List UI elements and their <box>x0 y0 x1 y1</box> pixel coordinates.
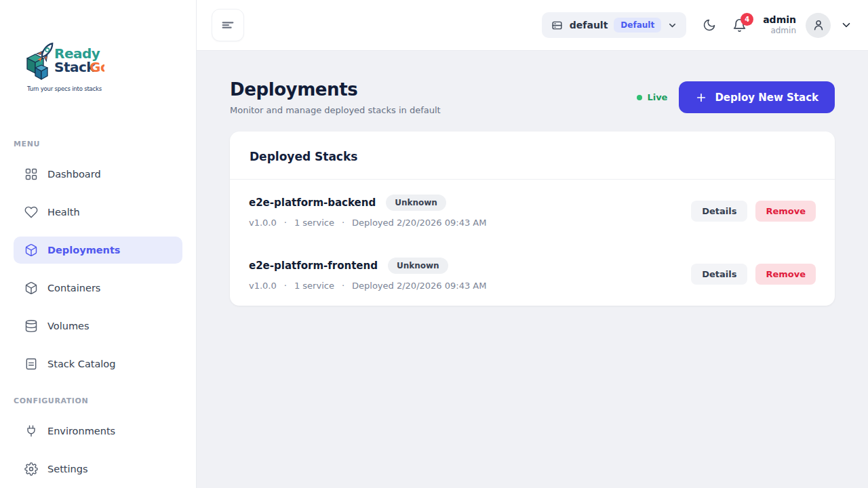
details-button[interactable]: Details <box>691 264 747 285</box>
stack-deployed-time: Deployed 2/20/2026 09:43 AM <box>352 218 486 228</box>
remove-button[interactable]: Remove <box>755 201 816 222</box>
user-role: admin <box>763 26 796 35</box>
live-label: Live <box>647 92 667 102</box>
heart-icon <box>24 205 38 219</box>
stack-deployed-time: Deployed 2/20/2026 09:43 AM <box>352 281 486 291</box>
sidebar-item-label: Containers <box>47 283 100 293</box>
user-name: admin <box>763 14 796 26</box>
stack-services: 1 service <box>294 218 334 228</box>
live-dot <box>637 95 642 100</box>
sidebar-section-menu: MENU <box>14 140 182 148</box>
sidebar: Ready Stack Go Turn your specs into stac… <box>0 0 197 488</box>
plus-icon <box>695 92 707 104</box>
page-header-text: Deployments Monitor and manage deployed … <box>230 79 441 115</box>
header-actions: Live Deploy New Stack <box>637 81 835 113</box>
sidebar-item-volumes[interactable]: Volumes <box>14 312 182 340</box>
gear-icon <box>24 462 38 476</box>
meta-separator: · <box>342 218 344 228</box>
main-area: default Default 4 admi <box>197 0 868 488</box>
sidebar-item-label: Stack Catalog <box>47 359 115 369</box>
sidebar-item-label: Settings <box>47 464 87 474</box>
brand-logo[interactable]: Ready Stack Go Turn your specs into stac… <box>24 41 106 92</box>
page-subtitle: Monitor and manage deployed stacks in de… <box>230 105 441 115</box>
stack-meta: v1.0.0 · 1 service · Deployed 2/20/2026 … <box>249 281 486 291</box>
server-icon <box>551 19 564 32</box>
stack-meta: v1.0.0 · 1 service · Deployed 2/20/2026 … <box>249 218 486 228</box>
cube-icon <box>24 281 38 295</box>
dark-mode-toggle[interactable] <box>703 18 716 32</box>
chevron-down-icon <box>667 20 677 30</box>
content-area: Deployments Monitor and manage deployed … <box>197 51 868 488</box>
remove-button[interactable]: Remove <box>755 264 816 285</box>
environment-name: default <box>570 20 608 30</box>
menu-icon <box>220 18 235 33</box>
stack-actions: Details Remove <box>691 201 816 222</box>
user-menu[interactable]: admin admin <box>763 13 852 38</box>
user-icon <box>812 18 825 32</box>
stack-row: e2e-platform-backend Unknown v1.0.0 · 1 … <box>230 180 835 243</box>
meta-separator: · <box>342 281 344 291</box>
page-title: Deployments <box>230 79 441 100</box>
cube-icon <box>24 243 38 257</box>
notifications-button[interactable]: 4 <box>732 18 747 33</box>
details-button[interactable]: Details <box>691 201 747 222</box>
meta-separator: · <box>284 218 287 228</box>
sidebar-item-label: Environments <box>47 426 115 436</box>
sidebar-item-deployments[interactable]: Deployments <box>14 237 182 264</box>
grid-icon <box>24 167 38 181</box>
sidebar-item-dashboard[interactable]: Dashboard <box>14 161 182 188</box>
database-icon <box>24 319 38 333</box>
deploy-button-label: Deploy New Stack <box>715 92 818 104</box>
sidebar-item-label: Dashboard <box>47 169 101 180</box>
environment-selector[interactable]: default Default <box>542 12 686 38</box>
sidebar-item-health[interactable]: Health <box>14 199 182 226</box>
live-status: Live <box>637 92 667 102</box>
sidebar-section-configuration: CONFIGURATION <box>14 396 182 405</box>
brand-logo-graphic: Ready Stack Go <box>24 41 104 84</box>
topbar: default Default 4 admi <box>197 0 868 51</box>
catalog-icon <box>24 357 38 371</box>
sidebar-item-label: Deployments <box>47 245 120 256</box>
card-title: Deployed Stacks <box>230 131 835 180</box>
stack-services: 1 service <box>294 281 334 291</box>
stack-status-badge: Unknown <box>386 195 446 211</box>
brand-word-go: Go <box>90 59 104 75</box>
avatar[interactable] <box>806 13 831 38</box>
stack-actions: Details Remove <box>691 264 816 285</box>
stack-version: v1.0.0 <box>249 281 277 291</box>
stack-info: e2e-platform-backend Unknown v1.0.0 · 1 … <box>249 195 486 228</box>
sidebar-item-label: Volumes <box>47 321 89 331</box>
notification-count-badge: 4 <box>741 13 753 26</box>
sidebar-item-label: Health <box>47 207 80 218</box>
user-info: admin admin <box>763 14 796 35</box>
stack-row: e2e-platform-frontend Unknown v1.0.0 · 1… <box>230 243 835 306</box>
chevron-down-icon[interactable] <box>840 19 852 31</box>
deploy-new-stack-button[interactable]: Deploy New Stack <box>679 81 835 113</box>
brand-tagline: Turn your specs into stacks <box>24 85 104 92</box>
stack-info: e2e-platform-frontend Unknown v1.0.0 · 1… <box>249 258 486 291</box>
sidebar-item-containers[interactable]: Containers <box>14 274 182 302</box>
environment-default-badge: Default <box>614 18 661 33</box>
meta-separator: · <box>284 281 287 291</box>
stack-status-badge: Unknown <box>388 258 448 274</box>
stack-version: v1.0.0 <box>249 218 277 228</box>
moon-icon <box>703 18 716 32</box>
sidebar-item-settings[interactable]: Settings <box>14 455 182 483</box>
sidebar-item-stack-catalog[interactable]: Stack Catalog <box>14 350 182 378</box>
page-header: Deployments Monitor and manage deployed … <box>230 79 835 115</box>
sidebar-toggle-button[interactable] <box>212 9 244 41</box>
deployed-stacks-card: Deployed Stacks e2e-platform-backend Unk… <box>230 131 835 306</box>
plug-icon <box>24 424 38 438</box>
sidebar-item-environments[interactable]: Environments <box>14 418 182 445</box>
stack-name: e2e-platform-backend <box>249 197 376 209</box>
stack-name: e2e-platform-frontend <box>249 260 378 272</box>
